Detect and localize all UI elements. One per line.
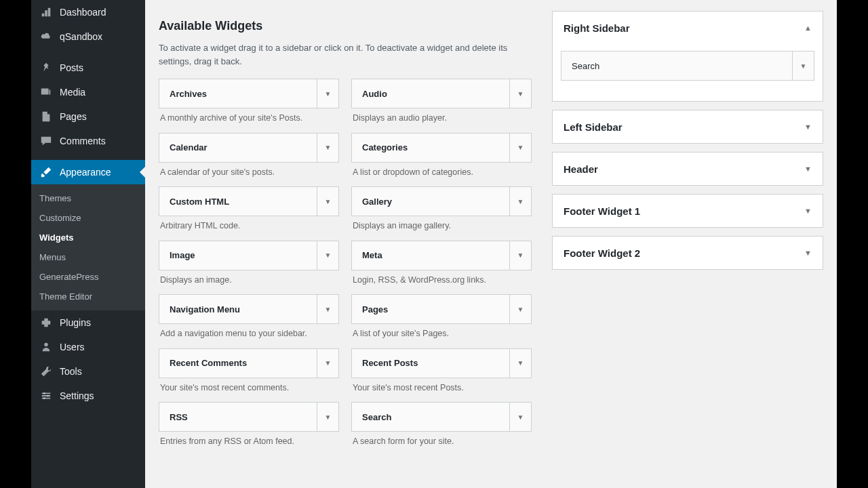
- widget-box[interactable]: Custom HTML▼: [159, 186, 339, 216]
- admin-sidebar: Dashboard qSandbox Posts Media Pages Com…: [31, 0, 145, 488]
- widget-area-header[interactable]: Left Sidebar▼: [553, 110, 823, 143]
- chevron-down-icon[interactable]: ▼: [317, 349, 338, 378]
- svg-point-1: [43, 392, 45, 394]
- widget-box[interactable]: Recent Posts▼: [351, 348, 532, 378]
- widget-box[interactable]: Search▼: [351, 402, 532, 432]
- cloud-icon: [39, 30, 53, 43]
- tools-icon: [39, 365, 53, 378]
- chevron-down-icon[interactable]: ▼: [509, 295, 531, 323]
- widget-name: RSS: [159, 412, 198, 422]
- sidebar-item-media[interactable]: Media: [31, 80, 145, 104]
- widget-area: Footer Widget 1▼: [552, 194, 823, 228]
- sidebar-item-users[interactable]: Users: [31, 335, 145, 359]
- widget-description: Login, RSS, & WordPress.org links.: [351, 270, 532, 287]
- widget-description: Add a navigation menu to your sidebar.: [159, 324, 339, 340]
- sidebar-item-posts[interactable]: Posts: [31, 56, 145, 80]
- submenu-generatepress[interactable]: GeneratePress: [31, 267, 145, 287]
- widget-box[interactable]: Gallery▼: [351, 186, 532, 216]
- widget-area: Left Sidebar▼: [552, 110, 823, 144]
- appearance-submenu: Themes Customize Widgets Menus GenerateP…: [31, 184, 145, 310]
- svg-point-0: [44, 343, 47, 346]
- widget-area-title: Footer Widget 2: [564, 247, 640, 259]
- widget-box[interactable]: RSS▼: [159, 402, 339, 432]
- widget-area-body[interactable]: Search▼: [553, 44, 823, 101]
- sidebar-label: Appearance: [60, 167, 111, 178]
- widget-name: Custom HTML: [159, 197, 239, 207]
- sidebar-item-settings[interactable]: Settings: [31, 384, 145, 408]
- widget-description: Displays an image gallery.: [351, 216, 532, 232]
- widget-box[interactable]: Navigation Menu▼: [159, 294, 339, 324]
- placed-widget-name: Search: [561, 61, 610, 71]
- sidebar-item-tools[interactable]: Tools: [31, 359, 145, 384]
- available-widget: Archives▼A monthly archive of your site'…: [159, 79, 339, 125]
- widget-area-header[interactable]: Footer Widget 1▼: [553, 195, 823, 227]
- available-widget: Audio▼Displays an audio player.: [351, 79, 532, 125]
- sidebar-item-appearance[interactable]: Appearance: [31, 160, 145, 184]
- chevron-down-icon[interactable]: ▼: [317, 241, 338, 270]
- widget-description: A calendar of your site's posts.: [159, 163, 339, 179]
- widget-name: Navigation Menu: [159, 304, 250, 314]
- chevron-down-icon[interactable]: ▼: [317, 134, 338, 162]
- widget-box[interactable]: Calendar▼: [159, 133, 339, 163]
- widget-area-header[interactable]: Header▼: [553, 152, 823, 185]
- widget-area-title: Right Sidebar: [564, 22, 630, 34]
- submenu-widgets[interactable]: Widgets: [31, 228, 145, 247]
- widget-area: Footer Widget 2▼: [552, 236, 823, 270]
- submenu-themes[interactable]: Themes: [31, 188, 145, 208]
- chevron-down-icon[interactable]: ▼: [317, 187, 338, 216]
- available-widget: Recent Comments▼Your site's most recent …: [159, 348, 339, 394]
- svg-point-2: [47, 395, 49, 397]
- widget-box[interactable]: Meta▼: [351, 241, 532, 270]
- sidebar-label: Media: [60, 87, 85, 98]
- widget-name: Recent Posts: [352, 358, 428, 368]
- widget-area: Right Sidebar▲Search▼: [552, 11, 823, 102]
- sidebar-item-dashboard[interactable]: Dashboard: [31, 0, 145, 24]
- chevron-down-icon[interactable]: ▼: [317, 295, 338, 323]
- letterbox-right: [837, 0, 868, 488]
- widget-area-header[interactable]: Right Sidebar▲: [553, 12, 823, 44]
- available-widget: RSS▼Entries from any RSS or Atom feed.: [159, 402, 339, 448]
- chevron-down-icon[interactable]: ▼: [509, 134, 531, 162]
- chevron-down-icon[interactable]: ▼: [509, 403, 531, 431]
- sidebar-item-plugins[interactable]: Plugins: [31, 310, 145, 335]
- available-widget: Image▼Displays an image.: [159, 241, 339, 287]
- chevron-down-icon[interactable]: ▼: [317, 79, 338, 108]
- sidebar-item-qsandbox[interactable]: qSandbox: [31, 24, 145, 49]
- users-icon: [39, 340, 53, 354]
- submenu-theme-editor[interactable]: Theme Editor: [31, 287, 145, 306]
- comment-icon: [39, 134, 53, 148]
- chevron-down-icon[interactable]: ▼: [509, 349, 531, 378]
- widget-description: A list or dropdown of categories.: [351, 163, 532, 179]
- widget-description: Your site's most recent comments.: [159, 378, 339, 394]
- widget-name: Pages: [352, 304, 398, 314]
- widget-name: Gallery: [352, 197, 402, 207]
- submenu-customize[interactable]: Customize: [31, 208, 145, 228]
- widget-description: A monthly archive of your site's Posts.: [159, 108, 339, 125]
- submenu-menus[interactable]: Menus: [31, 247, 145, 267]
- widget-name: Recent Comments: [159, 358, 257, 368]
- sidebar-item-comments[interactable]: Comments: [31, 129, 145, 153]
- widget-box[interactable]: Archives▼: [159, 79, 339, 108]
- widget-name: Calendar: [159, 142, 218, 152]
- widget-description: Displays an audio player.: [351, 108, 532, 125]
- widget-box[interactable]: Recent Comments▼: [159, 348, 339, 378]
- sidebar-label: Users: [60, 342, 85, 352]
- widget-box[interactable]: Image▼: [159, 241, 339, 270]
- widget-box[interactable]: Categories▼: [351, 133, 532, 163]
- chevron-down-icon[interactable]: ▼: [509, 241, 531, 270]
- chevron-down-icon[interactable]: ▼: [509, 187, 531, 216]
- placed-widget[interactable]: Search▼: [561, 51, 814, 81]
- settings-icon: [39, 389, 53, 403]
- sidebar-label: Settings: [60, 390, 94, 401]
- widget-area-title: Left Sidebar: [564, 121, 623, 133]
- widgets-page-content: Available Widgets To activate a widget d…: [145, 0, 837, 488]
- widget-box[interactable]: Audio▼: [351, 79, 532, 108]
- available-widgets-grid: Archives▼A monthly archive of your site'…: [159, 79, 532, 456]
- widget-description: A search form for your site.: [351, 432, 532, 448]
- chevron-down-icon[interactable]: ▼: [317, 403, 338, 431]
- chevron-down-icon[interactable]: ▼: [509, 79, 531, 108]
- chevron-down-icon[interactable]: ▼: [792, 52, 814, 80]
- widget-box[interactable]: Pages▼: [351, 294, 532, 324]
- sidebar-item-pages[interactable]: Pages: [31, 104, 145, 129]
- widget-area-header[interactable]: Footer Widget 2▼: [553, 237, 823, 269]
